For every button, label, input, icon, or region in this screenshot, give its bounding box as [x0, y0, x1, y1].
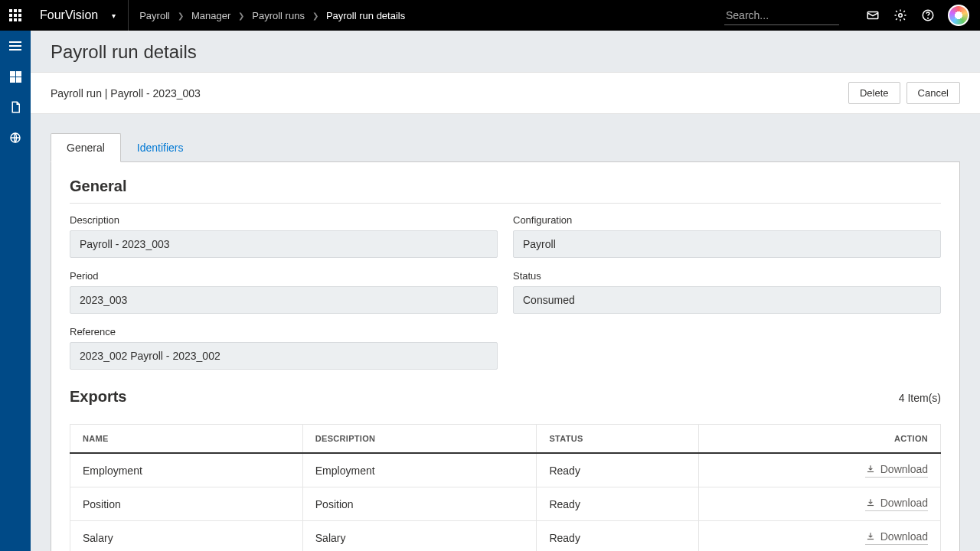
chevron-down-icon: ▾ [112, 11, 116, 20]
avatar[interactable] [948, 5, 969, 26]
cell-description: Position [302, 487, 537, 521]
download-button[interactable]: Download [865, 530, 928, 545]
download-label: Download [880, 497, 928, 509]
breadcrumb-item[interactable]: Payroll runs [252, 10, 305, 21]
search-input[interactable] [724, 6, 839, 25]
field-value-configuration: Payroll [513, 230, 941, 258]
gear-icon[interactable] [893, 8, 908, 23]
cell-description: Salary [302, 521, 537, 552]
field-value-reference: 2023_002 Payroll - 2023_002 [70, 342, 498, 370]
chevron-right-icon: ❯ [178, 11, 184, 20]
record-label: Payroll run | Payroll - 2023_003 [51, 87, 201, 99]
items-count: 4 Item(s) [899, 392, 941, 404]
subheader: Payroll run | Payroll - 2023_003 Delete … [31, 72, 980, 114]
cell-name: Salary [70, 521, 303, 552]
sidebar [0, 31, 31, 551]
search-wrap [724, 6, 839, 25]
brand-label: FourVision [40, 8, 98, 22]
col-action: ACTION [698, 425, 940, 454]
download-icon [865, 464, 876, 474]
tab-panel-general: General Description Payroll - 2023_003 C… [51, 162, 960, 551]
field-value-description: Payroll - 2023_003 [70, 230, 498, 258]
section-title-general: General [70, 178, 941, 195]
col-name: NAME [70, 425, 303, 454]
cell-description: Employment [302, 453, 537, 487]
sidebar-menu-toggle[interactable] [6, 37, 24, 55]
field-label-configuration: Configuration [513, 214, 941, 226]
tab-identifiers[interactable]: Identifiers [121, 133, 200, 162]
svg-point-3 [928, 18, 929, 18]
field-label-description: Description [70, 214, 498, 226]
cell-status: Ready [537, 521, 699, 552]
download-label: Download [880, 463, 928, 475]
tabs: General Identifiers [51, 132, 960, 162]
cell-name: Employment [70, 453, 303, 487]
field-label-reference: Reference [70, 326, 498, 337]
chevron-right-icon: ❯ [238, 11, 244, 20]
col-description: DESCRIPTION [302, 425, 537, 454]
col-status: STATUS [537, 425, 699, 454]
help-icon[interactable] [920, 8, 936, 23]
breadcrumb: Payroll ❯ Manager ❯ Payroll runs ❯ Payro… [129, 10, 405, 21]
sidebar-item-globe[interactable] [6, 129, 24, 147]
topbar-icons [839, 5, 980, 26]
svg-point-1 [899, 14, 903, 18]
field-label-period: Period [70, 270, 498, 282]
messages-icon[interactable] [865, 8, 880, 23]
breadcrumb-current: Payroll run details [326, 10, 405, 21]
page-title: Payroll run details [51, 41, 960, 63]
cell-status: Ready [537, 487, 699, 521]
field-label-status: Status [513, 270, 941, 282]
cell-status: Ready [537, 453, 699, 487]
table-row: SalarySalaryReadyDownload [70, 521, 941, 552]
cancel-button[interactable]: Cancel [906, 82, 960, 104]
download-button[interactable]: Download [865, 463, 928, 478]
table-row: PositionPositionReadyDownload [70, 487, 941, 521]
content: Payroll run details Payroll run | Payrol… [31, 31, 980, 551]
download-icon [865, 497, 876, 508]
table-row: EmploymentEmploymentReadyDownload [70, 453, 941, 487]
tab-general[interactable]: General [51, 133, 121, 162]
download-button[interactable]: Download [865, 497, 928, 511]
brand-switcher[interactable]: FourVision ▾ [31, 0, 129, 31]
delete-button[interactable]: Delete [848, 82, 900, 104]
sidebar-item-document[interactable] [6, 98, 24, 116]
field-value-status: Consumed [513, 286, 941, 314]
sidebar-item-home[interactable] [6, 67, 24, 86]
section-title-exports: Exports [70, 388, 126, 406]
download-icon [865, 531, 876, 542]
app-launcher-icon[interactable] [0, 0, 31, 31]
exports-table: NAME DESCRIPTION STATUS ACTION Employmen… [70, 424, 941, 551]
chevron-right-icon: ❯ [312, 11, 318, 20]
download-label: Download [880, 530, 928, 543]
top-bar: FourVision ▾ Payroll ❯ Manager ❯ Payroll… [0, 0, 980, 31]
breadcrumb-item[interactable]: Payroll [139, 10, 170, 21]
cell-name: Position [70, 487, 303, 521]
breadcrumb-item[interactable]: Manager [191, 10, 230, 21]
field-value-period: 2023_003 [70, 286, 498, 314]
